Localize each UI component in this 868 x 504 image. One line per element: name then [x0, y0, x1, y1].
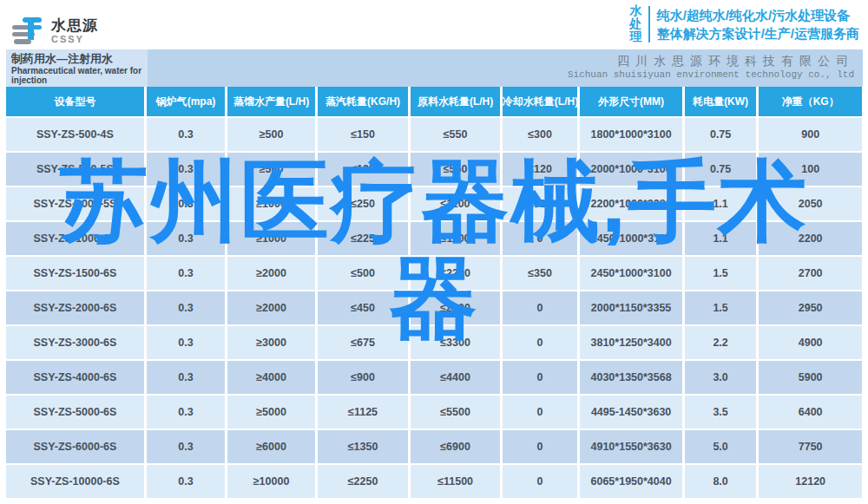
value-cell: ≤500: [318, 257, 409, 290]
value-cell: 4030*1350*3568: [580, 361, 682, 394]
value-cell: ≤675: [318, 326, 409, 359]
value-cell: ≥5000: [227, 396, 315, 429]
value-cell: ≥3000: [227, 326, 315, 359]
table-row: SSY-ZS-6000-6S0.3≥6000≤1350≤690004910*15…: [6, 430, 862, 463]
value-cell: 2050: [759, 187, 862, 220]
column-header: 耗电量(KW): [685, 87, 756, 116]
table-row: SSY-ZS-1500-6S0.3≥2000≤500≤2200≤3502450*…: [6, 257, 862, 290]
value-cell: 0: [503, 396, 577, 429]
value-cell: 1.1: [685, 222, 756, 255]
value-cell: 12120: [759, 465, 862, 498]
model-cell: SSY-ZS-10000-6S: [6, 465, 144, 498]
header-tagline: 水处理 纯水/超纯水/纯化水/污水处理设备 整体解决方案设计/生产/运营服务商: [628, 4, 859, 43]
model-cell: SSY-ZS-3000-6S: [6, 326, 144, 359]
table-row: SSY-ZS-1000-5S0.3≥1000≤250≤1100≤3102200*…: [6, 187, 862, 220]
table-row: SSY-ZS-500-4S0.3≥500≤150≤550≤3001800*100…: [6, 118, 862, 151]
value-cell: 2000*1150*3355: [580, 291, 682, 324]
value-cell: ≤2200: [411, 257, 500, 290]
value-cell: 0.3: [147, 153, 225, 186]
column-header: 外形尺寸(MM): [580, 87, 682, 116]
value-cell: ≤1350: [318, 430, 409, 463]
model-cell: SSY-ZS-500-4S: [6, 118, 144, 151]
banner: 制药用水—注射用水 Pharmaceutical water, water fo…: [6, 49, 863, 87]
table-row: SSY-ZS-4000-6S0.3≥4000≤900≤440004030*135…: [6, 361, 862, 394]
tagline-divider: [648, 6, 650, 43]
value-cell: 0: [503, 326, 577, 359]
value-cell: 7750: [759, 430, 862, 463]
value-cell: 5900: [759, 361, 862, 394]
model-cell: SSY-ZS-1500-6S: [6, 257, 144, 290]
value-cell: 4900: [759, 326, 862, 359]
value-cell: 0.3: [147, 118, 225, 151]
value-cell: 4910*1550*3630: [580, 430, 682, 463]
value-cell: 0: [503, 430, 577, 463]
value-cell: ≤1125: [318, 396, 409, 429]
top-bar: 水思源 CSSY 水处理 纯水/超纯水/纯化水/污水处理设备 整体解决方案设计/…: [0, 0, 868, 49]
value-cell: 0.3: [147, 187, 225, 220]
value-cell: 3.0: [685, 361, 756, 394]
model-cell: SSY-ZS-1000-5S: [6, 187, 144, 220]
model-cell: SSY-ZS-2000-6S: [6, 291, 144, 324]
value-cell: ≥500: [227, 153, 315, 186]
banner-title: 制药用水—注射用水 Pharmaceutical water, water fo…: [6, 49, 148, 87]
value-cell: ≤2250: [318, 465, 409, 498]
value-cell: ≤450: [318, 291, 409, 324]
value-cell: ≥2000: [227, 257, 315, 290]
value-cell: 0.3: [147, 465, 225, 498]
column-header: 净重（KG）: [759, 87, 862, 116]
table-row: SSY-ZS-2000-6S0.3≥2000≤450≤220002000*115…: [6, 291, 862, 324]
spec-table: 设备型号锅炉气(mpa)蒸馏水产量(L/H)蒸汽耗量(KG/H)原料水耗量(L/…: [3, 85, 865, 500]
column-header: 锅炉气(mpa): [147, 87, 225, 116]
value-cell: ≤4400: [411, 361, 500, 394]
value-cell: ≤310: [503, 187, 577, 220]
value-cell: ≤2200: [411, 291, 500, 324]
value-cell: 0.75: [685, 118, 756, 151]
value-cell: ≤550: [411, 153, 500, 186]
table-row: SSY-ZS-10000-6S0.3≥10000≤2250≤1150006065…: [6, 465, 862, 498]
logo-name: 水思源: [51, 18, 98, 33]
value-cell: 3810*1250*3400: [580, 326, 682, 359]
value-cell: 0.3: [147, 396, 225, 429]
value-cell: ≥1000: [227, 187, 315, 220]
value-cell: 3.5: [685, 396, 756, 429]
value-cell: 900: [759, 118, 862, 151]
value-cell: 1.5: [685, 257, 756, 290]
value-cell: ≤120: [503, 153, 577, 186]
table-row: SSY-ZS-5000-6S0.3≥5000≤1125≤550004495-14…: [6, 396, 862, 429]
model-cell: SSY-ZS-5000-6S: [6, 396, 144, 429]
logo-sub: CSSY: [51, 35, 98, 44]
company-name-cn: 四川水思源环境科技有限公司: [149, 55, 854, 67]
value-cell: 2700: [759, 257, 862, 290]
tagline-line1: 纯水/超纯水/纯化水/污水处理设备: [657, 6, 859, 24]
value-cell: ≥2000: [227, 291, 315, 324]
value-cell: ≤6900: [411, 430, 500, 463]
value-cell: 2450*1000*3100: [580, 257, 682, 290]
logo-icon: [10, 16, 45, 47]
tagline-line2: 整体解决方案设计/生产/运营服务商: [657, 24, 859, 43]
value-cell: 0.3: [147, 257, 225, 290]
column-header: 蒸馏水产量(L/H): [227, 87, 315, 116]
tagline-vertical-label: 水处理: [628, 4, 643, 43]
value-cell: ≤5500: [411, 396, 500, 429]
value-cell: 0: [503, 465, 577, 498]
value-cell: ≤250: [318, 187, 409, 220]
value-cell: 0.3: [147, 291, 225, 324]
value-cell: ≤1100: [411, 187, 500, 220]
banner-title-cn: 制药用水—注射用水: [11, 52, 142, 65]
value-cell: 8.0: [685, 465, 756, 498]
table-row: SSY-ZS-1000-6S0.3≥1000≤225≤110002450*100…: [6, 222, 862, 255]
company-name-en: Sichuan shuisiyuan environment technolog…: [149, 70, 854, 80]
model-cell: SSY-ZS-1000-6S: [6, 222, 144, 255]
spec-table-body: SSY-ZS-500-4S0.3≥500≤150≤550≤3001800*100…: [6, 118, 862, 498]
model-cell: SSY-ZS-6000-6S: [6, 430, 144, 463]
banner-company: 四川水思源环境科技有限公司 Sichuan shuisiyuan environ…: [149, 49, 863, 87]
model-cell: SSY-ZS-500-5S: [6, 153, 144, 186]
column-header: 设备型号: [6, 87, 144, 116]
table-row: SSY-ZS-500-5S0.3≥500≤125≤550≤1202000*100…: [6, 153, 862, 186]
value-cell: 2950: [759, 291, 862, 324]
value-cell: 2000*1000*3100: [580, 153, 682, 186]
value-cell: ≤150: [318, 118, 409, 151]
value-cell: 0: [503, 222, 577, 255]
value-cell: 0.3: [147, 361, 225, 394]
value-cell: ≥500: [227, 118, 315, 151]
